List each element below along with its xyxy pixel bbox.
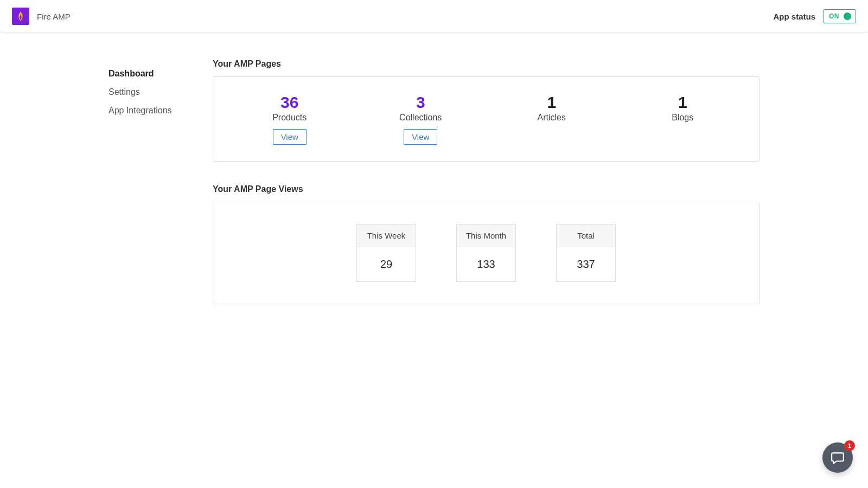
views-box-month: This Month 133 [456,224,516,282]
views-box-week-label: This Week [357,224,416,247]
stat-articles: 1 Articles [486,93,617,145]
app-status-toggle[interactable]: ON [823,9,856,23]
app-status-toggle-text: ON [829,12,839,20]
content: Your AMP Pages 36 Products View 3 Collec… [212,59,760,327]
stat-products-label: Products [224,113,355,123]
views-box-total-label: Total [557,224,615,247]
stat-blogs-label: Blogs [617,113,749,123]
view-products-button[interactable]: View [273,129,307,145]
amp-views-panel: This Week 29 This Month 133 Total 337 [213,202,760,304]
app-title: Fire AMP [37,12,71,21]
amp-views-row: This Week 29 This Month 133 Total 337 [224,219,748,287]
views-box-week-value: 29 [357,247,416,281]
stat-collections-label: Collections [355,113,487,123]
stat-blogs: 1 Blogs [617,93,749,145]
stat-products: 36 Products View [224,93,355,145]
views-box-total-value: 337 [557,247,615,281]
stat-products-count: 36 [224,93,355,112]
status-dot-icon [844,12,851,20]
stat-blogs-count: 1 [617,93,749,112]
app-header: Fire AMP App status ON [0,0,868,33]
amp-pages-title: Your AMP Pages [213,59,760,69]
amp-pages-stats-row: 36 Products View 3 Collections View 1 Ar… [224,93,748,145]
stat-articles-label: Articles [486,113,617,123]
app-status-label: App status [773,12,815,21]
flame-icon [16,10,25,22]
app-logo [12,8,29,25]
amp-pages-panel: 36 Products View 3 Collections View 1 Ar… [213,76,760,162]
view-collections-button[interactable]: View [404,129,437,145]
views-box-total: Total 337 [556,224,616,282]
sidebar-item-app-integrations[interactable]: App Integrations [108,101,212,120]
views-box-week: This Week 29 [356,224,416,282]
sidebar: Dashboard Settings App Integrations [108,59,212,327]
sidebar-item-dashboard[interactable]: Dashboard [108,65,212,83]
views-box-month-label: This Month [457,224,515,247]
sidebar-item-settings[interactable]: Settings [108,83,212,101]
header-right: App status ON [773,9,856,23]
main-container: Dashboard Settings App Integrations Your… [108,33,760,327]
header-left: Fire AMP [12,8,71,25]
amp-views-title: Your AMP Page Views [213,184,760,194]
stat-collections: 3 Collections View [355,93,487,145]
stat-articles-count: 1 [486,93,617,112]
views-box-month-value: 133 [457,247,515,281]
stat-collections-count: 3 [355,93,487,112]
